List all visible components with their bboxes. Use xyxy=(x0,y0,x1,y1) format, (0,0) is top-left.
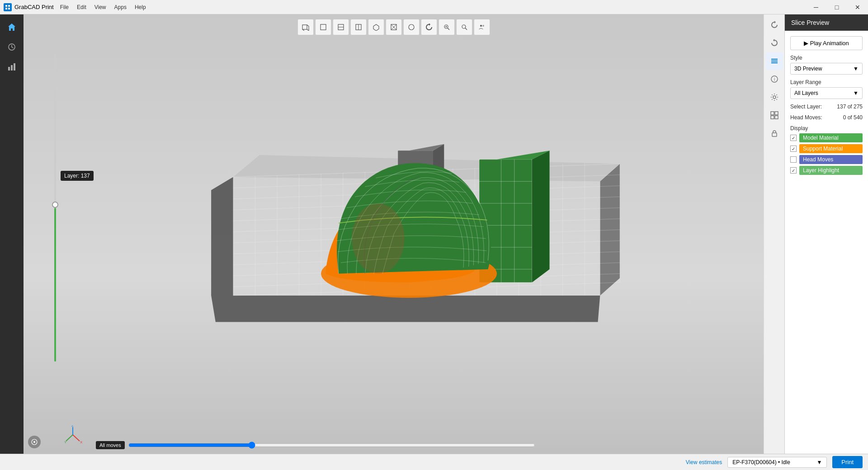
display-section: Display Model MaterialSupport MaterialHe… xyxy=(790,125,863,177)
display-item: Support Material xyxy=(790,144,863,153)
close-button[interactable]: ✕ xyxy=(847,0,868,14)
right-icon-layers[interactable] xyxy=(766,52,783,70)
display-item: Layer Highlight xyxy=(790,166,863,175)
bottom-bar: View estimates EP-F370(D00604) • Idle ▼ … xyxy=(0,454,868,470)
toolbar-iso-btn[interactable] xyxy=(368,19,384,35)
svg-text:Y: Y xyxy=(64,440,67,444)
display-badge: Head Moves xyxy=(799,155,863,164)
axis-indicator: X Y Z xyxy=(63,425,82,446)
svg-line-23 xyxy=(465,28,467,30)
display-badge: Layer Highlight xyxy=(799,166,863,175)
style-label: Style xyxy=(790,55,863,61)
sidebar-item-home[interactable] xyxy=(3,18,21,36)
toolbar-zoom-fit-btn[interactable] xyxy=(439,19,455,35)
right-icon-strip: i xyxy=(764,14,784,454)
toolbar xyxy=(24,16,764,38)
right-icon-rotate[interactable] xyxy=(766,16,783,33)
all-moves-label: All moves xyxy=(96,441,125,449)
layer-range-select[interactable]: All Layers ▼ xyxy=(790,87,863,99)
titlebar-left: GrabCAD Print File Edit View Apps Help xyxy=(0,3,150,11)
bottom-slider-input[interactable] xyxy=(128,442,535,449)
svg-point-90 xyxy=(773,96,776,99)
menu-view[interactable]: View xyxy=(91,3,110,11)
display-item: Model Material xyxy=(790,133,863,142)
display-checkbox[interactable] xyxy=(790,167,797,174)
toolbar-zoom-select-btn[interactable] xyxy=(456,19,472,35)
menu-edit[interactable]: Edit xyxy=(73,3,90,11)
toolbar-side-btn[interactable] xyxy=(350,19,367,35)
menu-apps[interactable]: Apps xyxy=(111,3,130,11)
display-item: Head Moves xyxy=(790,155,863,164)
menu-help[interactable]: Help xyxy=(131,3,150,11)
right-icon-undo[interactable] xyxy=(766,34,783,52)
app-icon xyxy=(4,3,12,11)
maximize-button[interactable]: □ xyxy=(826,0,847,14)
svg-rect-3 xyxy=(8,8,10,9)
minimize-button[interactable]: ─ xyxy=(806,0,826,14)
svg-point-22 xyxy=(462,25,466,28)
svg-point-17 xyxy=(409,24,414,30)
slice-panel-body: ▶ Play Animation Style 3D Preview ▼ Laye… xyxy=(785,31,868,182)
svg-rect-6 xyxy=(11,65,13,70)
right-icon-settings[interactable] xyxy=(766,89,783,106)
left-sidebar xyxy=(0,14,24,454)
toolbar-top-btn[interactable] xyxy=(333,19,349,35)
svg-line-77 xyxy=(73,435,80,441)
app-title: GrabCAD Print xyxy=(14,4,54,10)
slice-preview-panel: Slice Preview ▶ Play Animation Style 3D … xyxy=(784,14,868,454)
svg-rect-2 xyxy=(5,8,7,9)
display-items: Model MaterialSupport MaterialHead Moves… xyxy=(790,133,863,175)
scene-svg[interactable] xyxy=(24,14,764,454)
svg-text:X: X xyxy=(80,440,82,444)
titlebar-controls[interactable]: ─ □ ✕ xyxy=(806,0,868,14)
right-icon-grid[interactable] xyxy=(766,107,783,124)
toolbar-wireframe-btn[interactable] xyxy=(386,19,402,35)
svg-rect-95 xyxy=(772,133,777,136)
play-animation-button[interactable]: ▶ Play Animation xyxy=(790,36,863,50)
toolbar-front-btn[interactable] xyxy=(315,19,331,35)
toolbar-circle-btn[interactable] xyxy=(403,19,420,35)
right-icon-lock[interactable] xyxy=(766,125,783,142)
svg-point-24 xyxy=(480,25,482,27)
svg-marker-27 xyxy=(211,177,233,296)
display-checkbox[interactable] xyxy=(790,146,797,152)
svg-rect-0 xyxy=(5,5,7,7)
svg-point-84 xyxy=(33,441,35,443)
svg-rect-9 xyxy=(321,24,326,30)
orbit-indicator[interactable] xyxy=(28,436,41,448)
svg-marker-26 xyxy=(211,296,600,322)
svg-line-79 xyxy=(66,435,73,441)
style-section: Style 3D Preview ▼ xyxy=(790,55,863,75)
select-layer-row: Select Layer: 137 of 275 xyxy=(790,103,863,110)
svg-rect-94 xyxy=(775,116,778,119)
svg-text:i: i xyxy=(774,77,775,82)
slice-panel-header: Slice Preview xyxy=(785,14,868,31)
display-checkbox[interactable] xyxy=(790,156,797,163)
display-badge: Model Material xyxy=(799,133,863,142)
toolbar-cube-btn[interactable] xyxy=(297,19,314,35)
display-badge: Support Material xyxy=(799,144,863,153)
bottom-slider: All moves xyxy=(96,441,535,449)
svg-rect-8 xyxy=(302,25,307,29)
view-estimates-link[interactable]: View estimates xyxy=(686,459,722,465)
layer-range-label: Layer Range xyxy=(790,79,863,85)
display-checkbox[interactable] xyxy=(790,135,797,141)
svg-point-25 xyxy=(482,25,484,27)
toolbar-people-btn[interactable] xyxy=(474,19,490,35)
svg-rect-93 xyxy=(771,116,774,119)
svg-marker-63 xyxy=(532,150,550,282)
printer-select[interactable]: EP-F370(D00604) • Idle ▼ xyxy=(727,457,827,468)
display-label: Display xyxy=(790,125,863,132)
layer-range-section: Layer Range All Layers ▼ xyxy=(790,79,863,99)
toolbar-refresh-btn[interactable] xyxy=(421,19,437,35)
titlebar-menus: File Edit View Apps Help xyxy=(57,3,150,11)
right-icon-info[interactable]: i xyxy=(766,70,783,88)
style-select[interactable]: 3D Preview ▼ xyxy=(790,63,863,75)
viewport[interactable]: Layer: 137 xyxy=(24,14,764,454)
head-moves-row: Head Moves: 0 of 540 xyxy=(790,114,863,121)
menu-file[interactable]: File xyxy=(57,3,72,11)
svg-rect-5 xyxy=(8,67,10,70)
sidebar-item-history[interactable] xyxy=(3,38,21,56)
print-button[interactable]: Print xyxy=(832,456,863,468)
sidebar-item-stats[interactable] xyxy=(3,58,21,76)
